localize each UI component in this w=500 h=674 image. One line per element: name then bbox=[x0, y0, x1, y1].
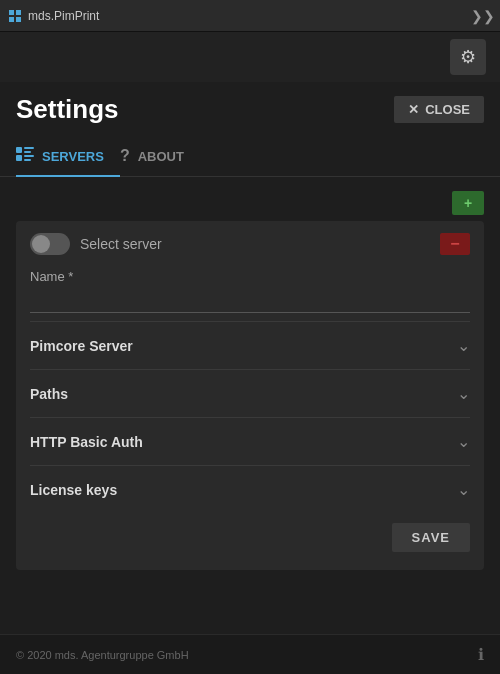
svg-rect-5 bbox=[24, 147, 34, 149]
svg-rect-1 bbox=[16, 10, 21, 15]
chevron-http-icon: ⌄ bbox=[457, 432, 470, 451]
chevron-license-icon: ⌄ bbox=[457, 480, 470, 499]
servers-tab-label: SERVERS bbox=[42, 149, 104, 164]
accordion-paths[interactable]: Paths ⌄ bbox=[30, 369, 470, 417]
accordion-paths-label: Paths bbox=[30, 386, 68, 402]
toggle-left: Select server bbox=[30, 233, 162, 255]
gear-bar: ⚙ bbox=[0, 32, 500, 82]
gear-icon: ⚙ bbox=[460, 46, 476, 68]
save-button[interactable]: SAVE bbox=[392, 523, 470, 552]
name-label: Name * bbox=[30, 269, 470, 284]
add-server-row: + bbox=[16, 185, 484, 221]
footer: © 2020 mds. Agenturgruppe GmbH ℹ bbox=[0, 634, 500, 674]
settings-gear-button[interactable]: ⚙ bbox=[450, 39, 486, 75]
accordions: Pimcore Server ⌄ Paths ⌄ HTTP Basic Auth… bbox=[30, 321, 470, 513]
settings-header: Settings ✕ CLOSE bbox=[0, 82, 500, 137]
close-x-icon: ✕ bbox=[408, 102, 419, 117]
delete-server-button[interactable]: − bbox=[440, 233, 470, 255]
accordion-license-keys[interactable]: License keys ⌄ bbox=[30, 465, 470, 513]
maximize-btn[interactable]: ❯❯ bbox=[474, 7, 492, 25]
save-row: SAVE bbox=[30, 513, 470, 558]
toggle-row: Select server − bbox=[30, 233, 470, 255]
svg-rect-4 bbox=[16, 147, 22, 153]
svg-rect-9 bbox=[24, 159, 31, 161]
toggle-label: Select server bbox=[80, 236, 162, 252]
app-icon bbox=[8, 9, 22, 23]
delete-icon: − bbox=[450, 235, 459, 253]
servers-tab-icon bbox=[16, 147, 34, 165]
accordion-http-label: HTTP Basic Auth bbox=[30, 434, 143, 450]
add-icon: + bbox=[464, 195, 472, 211]
name-input[interactable] bbox=[30, 288, 470, 313]
main-content: + Select server − Name * bbox=[0, 177, 500, 674]
accordion-license-label: License keys bbox=[30, 482, 117, 498]
page-title: Settings bbox=[16, 94, 119, 125]
svg-rect-6 bbox=[24, 151, 31, 153]
about-tab-icon: ? bbox=[120, 147, 130, 165]
name-field-row: Name * bbox=[30, 269, 470, 313]
tab-about[interactable]: ? ABOUT bbox=[120, 137, 200, 177]
svg-rect-2 bbox=[9, 17, 14, 22]
server-card: Select server − Name * Pimcore Server ⌄ … bbox=[16, 221, 484, 570]
close-label: CLOSE bbox=[425, 102, 470, 117]
accordion-http-basic-auth[interactable]: HTTP Basic Auth ⌄ bbox=[30, 417, 470, 465]
tab-servers[interactable]: SERVERS bbox=[16, 137, 120, 177]
svg-rect-3 bbox=[16, 17, 21, 22]
footer-copyright: © 2020 mds. Agenturgruppe GmbH bbox=[16, 649, 189, 661]
server-toggle[interactable] bbox=[30, 233, 70, 255]
svg-rect-8 bbox=[24, 155, 34, 157]
about-tab-label: ABOUT bbox=[138, 149, 184, 164]
svg-rect-7 bbox=[16, 155, 22, 161]
chevron-paths-icon: ⌄ bbox=[457, 384, 470, 403]
app-title: mds.PimPrint bbox=[28, 9, 474, 23]
accordion-pimcore-server[interactable]: Pimcore Server ⌄ bbox=[30, 321, 470, 369]
add-server-button[interactable]: + bbox=[452, 191, 484, 215]
title-bar-controls: ❯❯ bbox=[474, 7, 492, 25]
accordion-pimcore-label: Pimcore Server bbox=[30, 338, 133, 354]
tabs-bar: SERVERS ? ABOUT bbox=[0, 137, 500, 177]
svg-rect-0 bbox=[9, 10, 14, 15]
close-button[interactable]: ✕ CLOSE bbox=[394, 96, 484, 123]
chevron-pimcore-icon: ⌄ bbox=[457, 336, 470, 355]
info-icon: ℹ bbox=[478, 645, 484, 664]
title-bar: mds.PimPrint ❯❯ bbox=[0, 0, 500, 32]
